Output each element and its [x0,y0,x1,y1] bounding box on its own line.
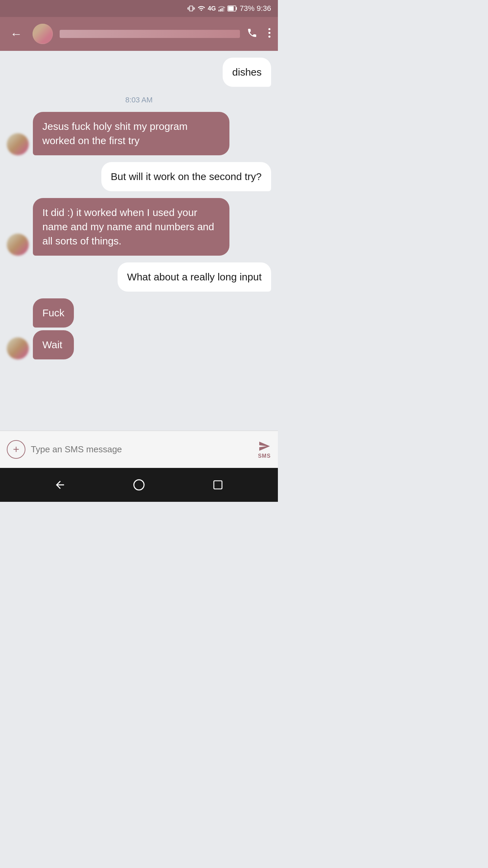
svg-point-10 [134,480,144,490]
bubble-incoming: It did :) it worked when I used your nam… [33,198,229,256]
bubble-incoming: Wait [33,330,74,359]
svg-rect-3 [223,7,224,12]
avatar [7,133,29,155]
avatar [7,234,29,256]
back-nav-button[interactable] [50,475,70,495]
time-display: 9:36 [257,4,271,13]
status-bar: 4G 73% 9:36 [0,0,278,17]
svg-rect-0 [219,10,220,12]
vibrate-icon [187,5,195,12]
signal-icon [218,5,225,12]
contact-avatar [33,24,53,44]
app-bar: ← [0,17,278,51]
sms-input[interactable] [31,444,252,455]
svg-point-7 [268,28,270,30]
contact-name-bar [60,30,240,38]
wifi-icon [197,5,206,12]
input-bar: + SMS [0,431,278,468]
bubble-incoming: Fuck [33,298,74,328]
nav-bar [0,468,278,502]
svg-rect-5 [236,7,237,10]
message-row: What about a really long input [7,262,271,292]
send-icon [258,440,271,452]
battery-percent: 73% [240,4,255,13]
battery-icon [227,5,238,12]
status-icons: 4G 73% 9:36 [187,4,271,13]
svg-rect-1 [220,9,221,12]
avatar [7,337,29,359]
svg-point-9 [268,36,270,38]
message-row: dishes [7,58,271,87]
bubble-outgoing: But will it work on the second try? [101,162,271,191]
svg-rect-11 [214,481,222,489]
more-options-button[interactable] [268,27,271,41]
timestamp: 8:03 AM [7,96,271,104]
message-row: Fuck Wait [7,298,271,359]
message-row: It did :) it worked when I used your nam… [7,198,271,256]
network-label: 4G [208,5,216,12]
svg-rect-2 [222,8,223,12]
send-button[interactable]: SMS [258,440,271,459]
message-row: But will it work on the second try? [7,162,271,191]
svg-rect-6 [228,6,234,11]
phone-button[interactable] [247,27,258,41]
send-label: SMS [258,453,271,459]
message-row: Jesus fuck holy shit my program worked o… [7,112,271,155]
recents-nav-button[interactable] [208,475,228,495]
bubble-outgoing: dishes [223,58,271,87]
svg-point-8 [268,32,270,34]
bubble-incoming: Jesus fuck holy shit my program worked o… [33,112,229,155]
chat-area: dishes 8:03 AM Jesus fuck holy shit my p… [0,51,278,431]
back-button[interactable]: ← [7,23,26,44]
bubble-outgoing: What about a really long input [118,262,271,292]
plus-icon: + [13,443,19,456]
home-nav-button[interactable] [129,475,149,495]
add-attachment-button[interactable]: + [7,440,25,459]
bubble-stack: Fuck Wait [33,298,74,359]
app-bar-actions [247,27,271,41]
